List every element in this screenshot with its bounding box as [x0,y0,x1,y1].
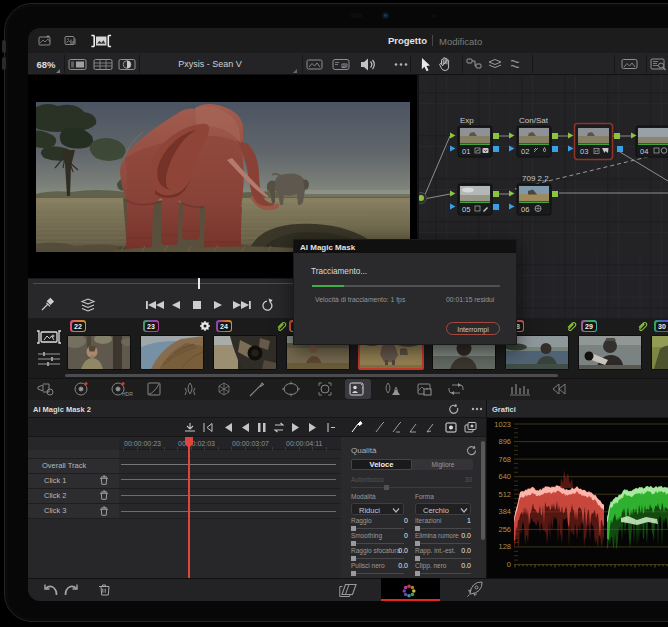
svg-text:0: 0 [507,560,511,569]
svg-text:05: 05 [462,205,470,214]
svg-text:Exp: Exp [460,116,474,125]
svg-text:03: 03 [580,147,588,156]
svg-text:709 2.2: 709 2.2 [522,174,549,183]
svg-text:06: 06 [521,205,529,214]
svg-text:HQ: HQ [342,64,348,68]
svg-text:384: 384 [498,507,511,516]
svg-text:01: 01 [462,147,470,156]
svg-text:Con/Sat: Con/Sat [519,116,549,125]
svg-text:02: 02 [521,147,529,156]
svg-text:04: 04 [640,147,648,156]
svg-text:128: 128 [498,542,511,551]
svg-text:896: 896 [498,437,511,446]
svg-text:HDR: HDR [122,391,133,397]
svg-text:1023: 1023 [494,420,511,429]
svg-text:256: 256 [498,525,511,534]
svg-text:768: 768 [498,455,511,464]
svg-text:512: 512 [498,490,511,499]
svg-text:640: 640 [498,472,511,481]
